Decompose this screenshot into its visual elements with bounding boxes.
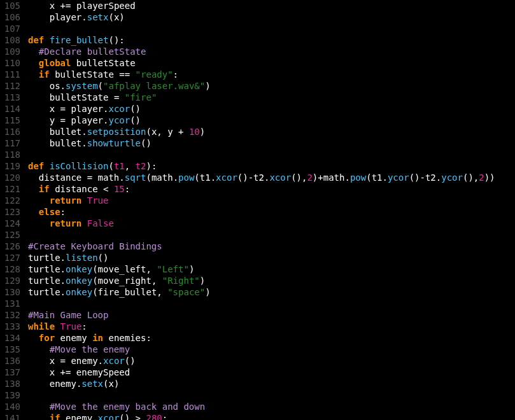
code-line[interactable]: turtle.listen()	[28, 252, 515, 263]
token-name: player	[50, 12, 82, 22]
code-area[interactable]: x += playerSpeed player.setx(x)def fire_…	[25, 0, 515, 420]
code-line[interactable]: #Declare bulletState	[28, 46, 515, 57]
line-number: 123	[4, 206, 20, 218]
code-line[interactable]	[28, 229, 515, 241]
code-line[interactable]: turtle.onkey(move_right, "Right")	[28, 275, 515, 286]
code-line[interactable]: def fire_bullet():	[28, 34, 515, 46]
token-op: >	[136, 413, 141, 420]
line-number: 138	[4, 378, 20, 389]
code-line[interactable]: turtle.onkey(fire_bullet, "space")	[28, 286, 515, 298]
token-pun: (	[366, 172, 371, 183]
token-call: onkey	[66, 287, 92, 297]
token-pun: (	[108, 161, 113, 171]
code-line[interactable]: if bulletState == "ready":	[28, 69, 515, 80]
line-number: 113	[4, 92, 20, 103]
line-number: 105	[4, 0, 20, 11]
token-call: onkey	[66, 264, 92, 274]
code-line[interactable]	[28, 23, 515, 34]
line-number: 128	[4, 263, 20, 275]
token-name: player	[66, 115, 103, 125]
token-op: =	[60, 356, 66, 366]
line-number: 118	[4, 149, 20, 160]
code-line[interactable]: if enemy.xcor() > 280:	[28, 412, 515, 420]
token-call: ycor	[441, 172, 463, 183]
code-line[interactable]	[28, 389, 515, 401]
token-num: 2	[479, 172, 484, 183]
line-number: 114	[4, 103, 20, 115]
token-name: enemy	[50, 379, 76, 389]
code-editor[interactable]: 1051061071081091101111121131141151161171…	[0, 0, 515, 420]
code-line[interactable]: bullet.showturtle()	[28, 137, 515, 149]
code-line[interactable]: enemy.setx(x)	[28, 378, 515, 389]
token-pun: )	[205, 287, 210, 297]
line-number: 109	[4, 46, 20, 57]
token-name: enemy	[66, 356, 98, 366]
code-line[interactable]: def isCollision(t1, t2):	[28, 160, 515, 172]
token-pun: (	[92, 264, 97, 274]
code-line[interactable]: bullet.setposition(x, y + 10)	[28, 126, 515, 137]
token-name: x	[50, 1, 55, 11]
token-func: isCollision	[50, 161, 109, 171]
token-pun: ()	[130, 115, 141, 125]
code-line[interactable]: while True:	[28, 321, 515, 332]
token-str: "Left"	[157, 264, 189, 274]
code-line[interactable]: x = enemy.xcor()	[28, 355, 515, 367]
code-line[interactable]: os.system("afplay laser.wav&")	[28, 80, 515, 92]
code-line[interactable]: else:	[28, 206, 515, 218]
token-name: playerSpeed	[76, 1, 136, 11]
token-bool: True	[60, 321, 82, 332]
code-line[interactable]: return True	[28, 195, 515, 206]
code-line[interactable]: x += enemySpeed	[28, 367, 515, 378]
token-pun: (	[92, 287, 97, 297]
line-number: 121	[4, 183, 20, 195]
token-call: sqrt	[125, 172, 146, 183]
code-line[interactable]: x += playerSpeed	[28, 0, 515, 11]
line-number: 112	[4, 80, 20, 92]
token-name	[44, 161, 49, 171]
code-line[interactable]: #Main Game Loop	[28, 309, 515, 321]
line-number: 125	[4, 229, 20, 241]
code-line[interactable]: global bulletState	[28, 57, 515, 69]
token-str: "afplay laser.wav&"	[103, 81, 205, 91]
token-pun: ()	[409, 172, 420, 183]
token-name: enemySpeed	[71, 367, 130, 377]
code-line[interactable]: player.setx(x)	[28, 11, 515, 23]
code-line[interactable]: for enemy in enemies:	[28, 332, 515, 344]
token-bool: True	[87, 195, 109, 206]
token-name: turtle	[28, 287, 60, 297]
line-number: 127	[4, 252, 20, 263]
code-line[interactable]: #Create Keyboard Bindings	[28, 241, 515, 252]
token-pun: ():	[108, 35, 124, 45]
code-line[interactable]: #Move the enemy	[28, 344, 515, 355]
token-pun: ,	[157, 287, 167, 297]
token-pun: .	[60, 276, 66, 286]
code-line[interactable]: turtle.onkey(move_left, "Left")	[28, 263, 515, 275]
code-line[interactable]: distance = math.sqrt(math.pow(t1.xcor()-…	[28, 172, 515, 183]
token-pun: (),	[463, 172, 479, 183]
code-line[interactable]: bulletState = "fire"	[28, 92, 515, 103]
token-name: x	[108, 379, 113, 389]
token-kw: while	[28, 321, 55, 332]
code-line[interactable]	[28, 298, 515, 309]
token-name: bulletState	[71, 58, 135, 68]
token-op: -	[248, 172, 253, 183]
code-line[interactable]: return False	[28, 218, 515, 229]
token-call: xcor	[98, 413, 120, 420]
token-pun: )	[200, 127, 205, 137]
token-pun: .	[60, 253, 66, 263]
code-line[interactable]	[28, 149, 515, 160]
code-line[interactable]: y = player.ycor()	[28, 115, 515, 126]
token-name: move_right	[98, 276, 152, 286]
code-line[interactable]: x = player.xcor()	[28, 103, 515, 115]
line-number: 130	[4, 286, 20, 298]
token-call: system	[66, 81, 98, 91]
token-str: "ready"	[136, 69, 173, 80]
token-name	[44, 35, 49, 45]
code-line[interactable]: if distance < 15:	[28, 183, 515, 195]
token-name: turtle	[28, 253, 60, 263]
line-number: 137	[4, 367, 20, 378]
line-number: 117	[4, 137, 20, 149]
token-kw: global	[39, 58, 71, 68]
code-line[interactable]: #Move the enemy back and down	[28, 401, 515, 412]
token-pun: .	[81, 12, 87, 22]
